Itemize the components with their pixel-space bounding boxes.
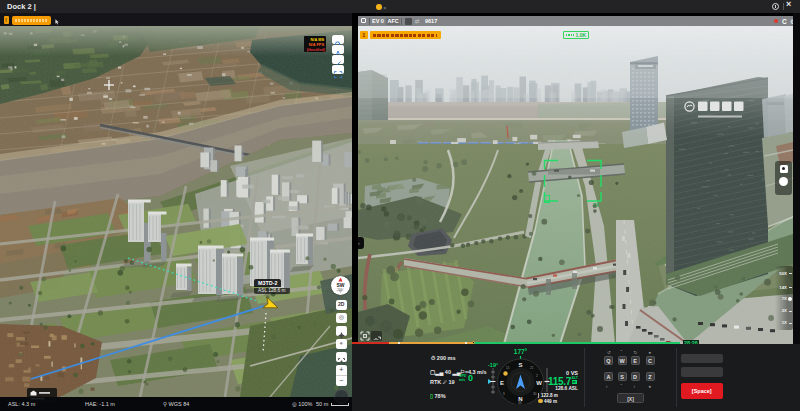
svg-text:21: 21	[530, 366, 534, 370]
svg-text:15: 15	[506, 366, 510, 370]
svg-text:W: W	[536, 380, 542, 386]
svg-text:33: 33	[518, 401, 522, 405]
svg-text:177°: 177°	[514, 348, 528, 355]
svg-text:S: S	[518, 362, 522, 368]
svg-text:7X: 7X	[593, 201, 600, 207]
svg-text:E: E	[500, 380, 504, 386]
svg-text:30: 30	[533, 392, 537, 396]
